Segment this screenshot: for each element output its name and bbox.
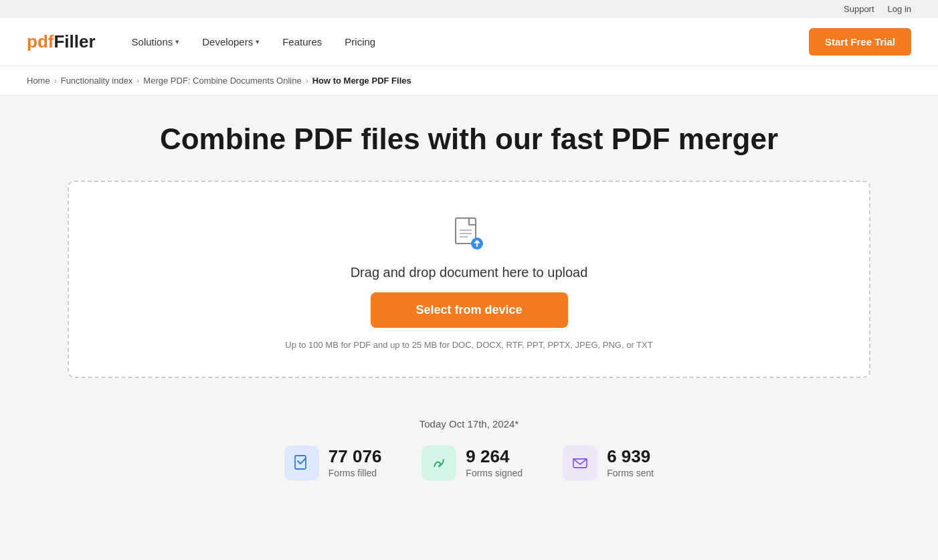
stat-forms-filled: 77 076 Forms filled [284, 446, 382, 480]
nav-pricing[interactable]: Pricing [335, 31, 385, 53]
breadcrumb-sep-1: › [54, 76, 57, 86]
forms-sent-text: 6 939 Forms sent [607, 447, 654, 478]
upload-area[interactable]: Drag and drop document here to upload Se… [68, 181, 870, 378]
chevron-down-icon: ▾ [256, 37, 260, 46]
breadcrumb-merge-pdf[interactable]: Merge PDF: Combine Documents Online [143, 76, 301, 86]
navbar: pdfFiller Solutions ▾ Developers ▾ Featu… [0, 18, 938, 66]
logo-filler: Filler [54, 31, 95, 52]
forms-filled-number: 77 076 [329, 447, 382, 466]
forms-filled-icon [284, 446, 319, 480]
stat-forms-sent: 6 939 Forms sent [563, 446, 654, 480]
breadcrumb-sep-3: › [306, 76, 308, 86]
breadcrumb: Home › Functionality index › Merge PDF: … [0, 66, 938, 96]
stats-date: Today Oct 17th, 2024* [27, 418, 911, 430]
main-content: Combine PDF files with our fast PDF merg… [0, 96, 938, 521]
stat-forms-signed: 9 264 Forms signed [421, 446, 523, 480]
logo-pdf: pdf [27, 31, 54, 52]
forms-filled-label: Forms filled [329, 468, 382, 478]
forms-sent-label: Forms sent [607, 468, 654, 478]
chevron-down-icon: ▾ [175, 37, 179, 46]
stats-row: 77 076 Forms filled 9 264 Forms signed [27, 446, 911, 480]
nav-solutions[interactable]: Solutions ▾ [122, 31, 189, 53]
page-title: Combine PDF files with our fast PDF merg… [27, 122, 911, 157]
nav-links: Solutions ▾ Developers ▾ Features Pricin… [122, 31, 809, 53]
breadcrumb-sep-2: › [136, 76, 139, 86]
upload-icon [450, 215, 488, 253]
logo[interactable]: pdfFiller [27, 31, 96, 52]
file-info: Up to 100 MB for PDF and up to 25 MB for… [285, 340, 652, 350]
drag-drop-text: Drag and drop document here to upload [351, 265, 588, 280]
support-link[interactable]: Support [844, 4, 874, 14]
top-bar: Support Log in [0, 0, 938, 18]
breadcrumb-functionality[interactable]: Functionality index [61, 76, 133, 86]
forms-sent-number: 6 939 [607, 447, 654, 466]
forms-signed-text: 9 264 Forms signed [466, 447, 523, 478]
stats-section: Today Oct 17th, 2024* 77 076 Forms fille… [27, 398, 911, 507]
breadcrumb-home[interactable]: Home [27, 76, 50, 86]
start-free-trial-button[interactable]: Start Free Trial [809, 28, 911, 56]
login-link[interactable]: Log in [888, 4, 911, 14]
forms-signed-icon [421, 446, 456, 480]
forms-filled-text: 77 076 Forms filled [329, 447, 382, 478]
forms-sent-icon [563, 446, 597, 480]
forms-signed-label: Forms signed [466, 468, 523, 478]
svg-rect-5 [295, 456, 306, 469]
select-from-device-button[interactable]: Select from device [371, 292, 568, 328]
nav-developers[interactable]: Developers ▾ [193, 31, 269, 53]
forms-signed-number: 9 264 [466, 447, 523, 466]
breadcrumb-current: How to Merge PDF Files [312, 76, 411, 86]
nav-features[interactable]: Features [273, 31, 331, 53]
